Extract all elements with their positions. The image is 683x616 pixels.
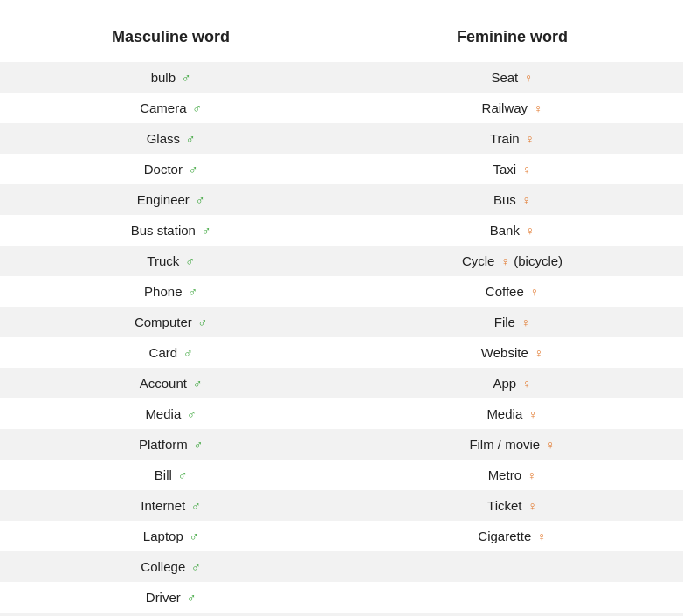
feminine-word: Bank xyxy=(490,223,520,238)
masculine-symbol: ♂ xyxy=(180,346,192,360)
masculine-symbol: ♂ xyxy=(190,438,203,452)
feminine-word: Taxi xyxy=(493,162,516,176)
masculine-word: Bus station xyxy=(131,223,196,238)
feminine-word: Coffee xyxy=(486,284,524,299)
masculine-word: Computer xyxy=(135,315,192,329)
table-row: Card ♂Website ♀ xyxy=(0,337,683,368)
masculine-symbol: ♂ xyxy=(175,468,187,482)
feminine-symbol: ♀ xyxy=(527,285,539,299)
feminine-cell: Metro ♀ xyxy=(342,460,683,490)
masculine-word: Internet xyxy=(141,498,185,513)
feminine-word: Ticket xyxy=(487,498,521,513)
masculine-cell: Driver ♂ xyxy=(0,582,342,613)
masculine-cell: bulb ♂ xyxy=(0,62,342,93)
masculine-word: Engineer xyxy=(137,192,190,207)
table-row: Glass ♂Train ♀ xyxy=(0,123,683,154)
feminine-word: Cycle xyxy=(462,253,499,268)
masculine-cell: Footpath ♂ xyxy=(0,613,342,616)
feminine-cell xyxy=(342,590,683,606)
table-row: Computer ♂File ♀ xyxy=(0,307,683,337)
table-row: bulb ♂Seat ♀ xyxy=(0,62,683,93)
masculine-word: Card xyxy=(149,345,178,360)
masculine-word: Driver xyxy=(146,590,181,605)
feminine-symbol: ♀ xyxy=(542,438,555,452)
masculine-symbol: ♂ xyxy=(192,193,204,207)
feminine-word: Train xyxy=(490,131,520,146)
feminine-word: Seat xyxy=(491,70,518,85)
feminine-symbol: ♀ xyxy=(534,529,546,543)
masculine-symbol: ♂ xyxy=(198,224,210,238)
feminine-symbol: ♀ xyxy=(522,224,535,238)
table-header: Masculine word Feminine word xyxy=(0,17,683,62)
masculine-symbol: ♂ xyxy=(183,132,195,146)
feminine-cell: App ♀ xyxy=(342,368,683,398)
feminine-column-header: Feminine word xyxy=(342,28,683,46)
masculine-symbol: ♂ xyxy=(185,163,197,176)
masculine-word: College xyxy=(141,559,185,574)
masculine-cell: Card ♂ xyxy=(0,337,342,368)
feminine-word: Website xyxy=(481,345,528,360)
feminine-cell: Media ♀ xyxy=(342,398,683,429)
feminine-cell: Bus ♀ xyxy=(342,184,683,215)
table-row: Phone ♂Coffee ♀ xyxy=(0,276,683,307)
masculine-word: Doctor xyxy=(144,162,183,176)
table-row: Camera ♂Railway ♀ xyxy=(0,93,683,123)
masculine-word: Camera xyxy=(140,100,186,115)
feminine-cell: Film / movie ♀ xyxy=(342,429,683,460)
feminine-word: App xyxy=(493,376,516,391)
table-row: Driver ♂ xyxy=(0,582,683,613)
table-row: Platform ♂Film / movie ♀ xyxy=(0,429,683,460)
masculine-symbol: ♂ xyxy=(186,529,198,543)
masculine-symbol: ♂ xyxy=(183,407,196,421)
feminine-cell: Website ♀ xyxy=(342,337,683,368)
masculine-cell: Truck ♂ xyxy=(0,246,342,276)
feminine-symbol: ♀ xyxy=(519,377,531,391)
feminine-word: Film / movie xyxy=(469,437,540,452)
masculine-symbol: ♂ xyxy=(183,591,196,605)
table-row: Footpath ♂ xyxy=(0,613,683,616)
feminine-word: Cigarette xyxy=(478,529,531,543)
feminine-cell: Seat ♀ xyxy=(342,62,683,93)
feminine-cell: Taxi ♀ xyxy=(342,154,683,184)
table-row: Doctor ♂Taxi ♀ xyxy=(0,154,683,184)
masculine-word: Phone xyxy=(144,284,182,299)
masculine-symbol: ♂ xyxy=(195,315,207,329)
feminine-symbol: ♀ xyxy=(519,193,531,207)
masculine-cell: College ♂ xyxy=(0,551,342,582)
table-row: College ♂ xyxy=(0,551,683,582)
feminine-word: Railway xyxy=(482,100,528,115)
feminine-symbol: ♀ xyxy=(524,468,536,482)
feminine-word: Media xyxy=(486,406,522,421)
masculine-symbol: ♂ xyxy=(188,560,200,574)
feminine-symbol: ♀ xyxy=(522,132,535,146)
masculine-word: Glass xyxy=(147,131,180,146)
feminine-word-suffix: (bicycle) xyxy=(510,253,562,268)
feminine-cell: Cigarette ♀ xyxy=(342,521,683,551)
feminine-cell: File ♀ xyxy=(342,307,683,337)
masculine-word: Media xyxy=(145,406,181,421)
feminine-symbol: ♀ xyxy=(521,71,533,85)
table-row: Engineer ♂Bus ♀ xyxy=(0,184,683,215)
masculine-column-header: Masculine word xyxy=(0,28,342,46)
masculine-cell: Camera ♂ xyxy=(0,93,342,123)
table-row: Laptop ♂Cigarette ♀ xyxy=(0,521,683,551)
masculine-cell: Computer ♂ xyxy=(0,307,342,337)
masculine-symbol: ♂ xyxy=(178,71,190,85)
masculine-symbol: ♂ xyxy=(184,285,197,299)
feminine-cell: Train ♀ xyxy=(342,123,683,154)
feminine-cell: Ticket ♀ xyxy=(342,490,683,521)
feminine-cell: Cycle ♀ (bicycle) xyxy=(342,246,683,276)
feminine-symbol: ♀ xyxy=(501,254,511,268)
masculine-cell: Engineer ♂ xyxy=(0,184,342,215)
feminine-cell: Railway ♀ xyxy=(342,93,683,123)
masculine-word: Truck xyxy=(147,253,179,268)
table-row: Bill ♂Metro ♀ xyxy=(0,460,683,490)
masculine-symbol: ♂ xyxy=(190,377,202,391)
masculine-cell: Glass ♂ xyxy=(0,123,342,154)
feminine-word: Bus xyxy=(493,192,516,207)
feminine-symbol: ♀ xyxy=(531,346,543,360)
masculine-cell: Bill ♂ xyxy=(0,460,342,490)
masculine-symbol: ♂ xyxy=(188,499,200,513)
table-row: Bus station ♂Bank ♀ xyxy=(0,215,683,246)
masculine-word: Account xyxy=(140,376,187,391)
